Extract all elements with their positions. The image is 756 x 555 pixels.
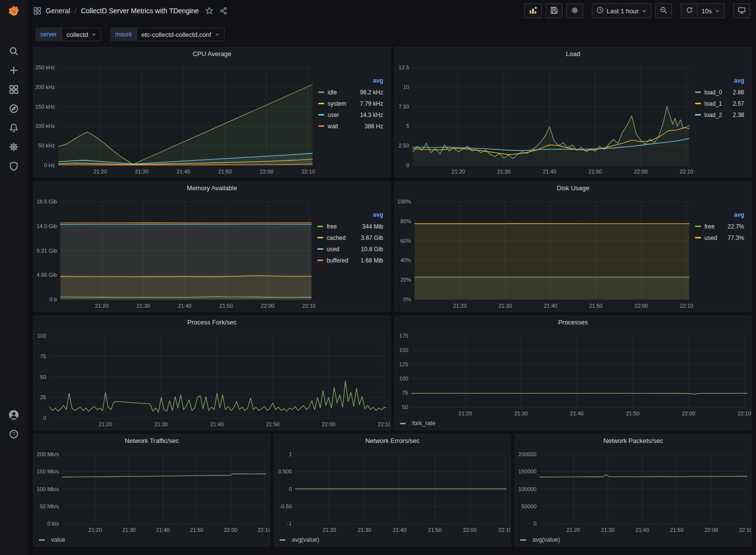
disk-usage-chart[interactable]: 0%20%40%60%80%100%21:2021:3021:4021:5022… <box>395 195 693 311</box>
legend-series-label[interactable]: buffered <box>327 257 361 264</box>
legend-item-load_2[interactable]: load_22.38 <box>695 109 744 120</box>
breadcrumb-folder[interactable]: General <box>46 7 70 15</box>
refresh-button[interactable] <box>681 3 698 18</box>
gear-icon <box>9 142 19 153</box>
save-dashboard-button[interactable] <box>546 3 562 18</box>
legend-series-label[interactable]: avg(value) <box>532 536 560 543</box>
sidebar-item-create[interactable] <box>0 62 28 79</box>
legend-item-fork_rate[interactable]: fork_rate <box>400 420 435 427</box>
svg-text:21:50: 21:50 <box>266 421 280 427</box>
svg-text:0 Hz: 0 Hz <box>44 162 55 168</box>
legend-series-label[interactable]: value <box>51 536 65 543</box>
legend-item-wait[interactable]: wait386 Hz <box>318 120 383 132</box>
legend-series-label[interactable]: user <box>328 112 360 118</box>
top-nav: General / CollectD Server Metrics with T… <box>28 0 756 22</box>
panel-title[interactable]: Process Fork/sec <box>34 316 390 329</box>
legend-item-load_1[interactable]: load_12.57 <box>695 98 744 109</box>
star-icon[interactable] <box>205 7 213 15</box>
user-avatar[interactable] <box>0 407 28 424</box>
panel-title[interactable]: Network Packets/sec <box>515 435 751 447</box>
legend-series-label[interactable]: cached <box>327 234 361 241</box>
network-errors-chart[interactable]: -1-0.5000.500121:2021:3021:4021:5022:002… <box>275 447 510 535</box>
dashboard-settings-button[interactable] <box>566 3 583 18</box>
legend-series-label[interactable]: used <box>327 246 361 253</box>
legend-item-free[interactable]: free344 Mib <box>317 221 383 232</box>
series-color-swatch <box>318 91 324 93</box>
legend-item-buffered[interactable]: buffered1.68 Mib <box>317 255 383 266</box>
legend-item-avg(value)[interactable]: avg(value) <box>520 536 560 543</box>
legend-series-label[interactable]: load_0 <box>704 89 733 96</box>
legend-item-free[interactable]: free22.7% <box>695 221 744 232</box>
zoom-out-button[interactable] <box>655 3 672 18</box>
network-packets-chart[interactable]: 05000010000015000020000021:2021:3021:402… <box>515 447 751 535</box>
legend-series-label[interactable]: load_2 <box>704 112 733 118</box>
sidebar-item-server-admin[interactable] <box>0 158 28 175</box>
svg-text:21:50: 21:50 <box>588 169 602 175</box>
panel-title[interactable]: Network Traffic/sec <box>34 435 270 447</box>
panel-title[interactable]: Processes <box>395 316 751 329</box>
sidebar-item-explore[interactable] <box>0 101 28 117</box>
share-icon[interactable] <box>220 7 227 15</box>
svg-text:21:40: 21:40 <box>544 303 558 309</box>
dashboard-title[interactable]: CollectD Server Metrics with TDengine <box>81 7 199 15</box>
legend-item-used[interactable]: used77.3% <box>695 232 744 243</box>
sidebar-item-alerting[interactable] <box>0 120 28 137</box>
svg-text:21:30: 21:30 <box>497 169 511 175</box>
panel-title[interactable]: Memory Available <box>34 182 390 195</box>
svg-text:100: 100 <box>37 333 46 339</box>
legend-series-label[interactable]: free <box>704 223 728 230</box>
panel-title[interactable]: Disk Usage <box>395 182 751 195</box>
panel-title[interactable]: Load <box>395 48 751 60</box>
svg-text:0: 0 <box>43 415 46 421</box>
svg-text:100000: 100000 <box>518 486 536 492</box>
svg-text:22:10: 22:10 <box>302 303 315 309</box>
load-chart[interactable]: 02.5057.501012.521:2021:3021:4021:5022:0… <box>395 60 693 177</box>
cpu-average-chart[interactable]: 0 Hz50 kHz100 kHz150 kHz200 kHz250 kHz21… <box>34 60 316 177</box>
svg-text:125: 125 <box>399 361 408 367</box>
legend-series-label[interactable]: free <box>327 223 362 230</box>
clock-icon <box>596 6 604 15</box>
network-errors-legend: avg(value) <box>275 535 510 546</box>
svg-text:21:20: 21:20 <box>458 410 472 416</box>
refresh-interval-dropdown[interactable]: 10s <box>697 3 725 18</box>
process-fork-chart[interactable]: 025507510021:2021:3021:4021:5022:0022:10 <box>34 329 390 430</box>
grafana-logo[interactable] <box>0 3 28 21</box>
legend-series-label[interactable]: system <box>328 100 360 107</box>
legend-item-system[interactable]: system7.79 kHz <box>318 98 383 109</box>
legend-series-label[interactable]: fork_rate <box>412 420 435 427</box>
svg-text:21:50: 21:50 <box>190 527 204 533</box>
sidebar-item-configuration[interactable] <box>0 139 28 156</box>
legend-item-used[interactable]: used10.8 Gib <box>317 243 383 255</box>
legend-series-label[interactable]: used <box>704 234 728 241</box>
panel-network-packets: Network Packets/sec 05000010000015000020… <box>515 434 752 547</box>
add-panel-button[interactable] <box>524 3 542 18</box>
processes-chart[interactable]: 507510012515017521:2021:3021:4021:5022:0… <box>395 329 751 419</box>
legend-series-label[interactable]: avg(value) <box>292 536 319 543</box>
legend-item-cached[interactable]: cached3.67 Gib <box>317 232 383 243</box>
svg-text:21:20: 21:20 <box>323 527 336 533</box>
legend-series-label[interactable]: wait <box>328 123 364 130</box>
panel-title[interactable]: CPU Average <box>34 48 390 60</box>
chevron-down-icon <box>642 8 647 14</box>
legend-item-value[interactable]: value <box>39 536 65 543</box>
time-range-picker[interactable]: Last 1 hour <box>592 3 651 18</box>
svg-text:25: 25 <box>40 394 46 400</box>
legend-item-load_0[interactable]: load_02.86 <box>695 87 744 98</box>
legend-series-avg-value: 14.3 kHz <box>360 112 383 118</box>
sidebar-item-search[interactable] <box>0 43 28 60</box>
legend-series-label[interactable]: load_1 <box>704 100 733 107</box>
memory-available-chart[interactable]: 0 b4.66 Gib9.31 Gib14.0 Gib18.6 Gib21:20… <box>34 195 315 311</box>
cycle-view-button[interactable] <box>733 3 750 18</box>
legend-item-idle[interactable]: idle96.2 kHz <box>318 87 383 98</box>
legend-series-label[interactable]: idle <box>328 89 360 96</box>
sidebar-item-help[interactable]: ? <box>0 426 28 443</box>
legend-item-user[interactable]: user14.3 kHz <box>318 109 383 120</box>
variable-server-value[interactable]: collectd <box>61 28 101 41</box>
variable-mount-value[interactable]: etc-collectd-collectd.conf <box>137 28 224 41</box>
sidebar-item-dashboards[interactable] <box>0 82 28 98</box>
legend-item-avg(value)[interactable]: avg(value) <box>280 536 319 543</box>
svg-text:0: 0 <box>406 162 409 168</box>
dashboards-grid-icon <box>9 85 19 96</box>
panel-title[interactable]: Network Errors/sec <box>275 435 510 447</box>
network-traffic-chart[interactable]: 0 b/s50 Mb/s100 Mb/s150 Mb/s200 Mb/s21:2… <box>34 447 270 535</box>
